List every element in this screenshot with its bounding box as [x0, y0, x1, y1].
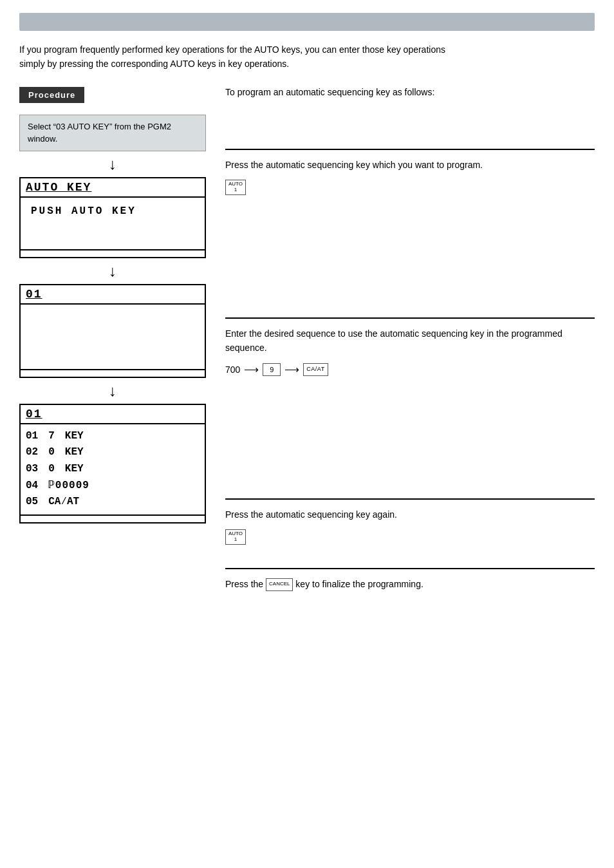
divider-3: [225, 498, 595, 500]
list-row-4: 04 ℙ00009: [26, 478, 200, 495]
screen1: AUTO KEY PUSH AUTO KEY: [19, 177, 206, 258]
list-row-1: 01 7 KEY: [26, 428, 200, 445]
procedure-badge: Procedure: [19, 87, 84, 103]
divider-4: [225, 568, 595, 569]
auto-key-icon-1: AUTO1: [225, 180, 246, 195]
step1-box: Select “03 AUTO KEY” from the PGM2 windo…: [19, 115, 206, 151]
list-row-2: 02 0 KEY: [26, 444, 200, 461]
divider-1: [225, 149, 595, 150]
screen3-footer: [21, 514, 205, 522]
right-step3: Press the automatic sequencing key again…: [225, 498, 595, 545]
arrow-down-2: ↓: [19, 258, 206, 284]
right-step4: Press the CANCEL key to finalize the pro…: [225, 568, 595, 591]
right-column: To program an automatic sequencing key a…: [225, 87, 595, 610]
screen1-header: AUTO KEY: [21, 178, 205, 198]
auto-key-1: AUTO1: [225, 180, 595, 195]
arrow-right-2: ⟶: [284, 363, 299, 375]
screen2-body: [21, 305, 205, 369]
right-step2: Enter the desired sequence to use the au…: [225, 317, 595, 376]
main-content: Procedure Select “03 AUTO KEY” from the …: [19, 87, 595, 610]
auto-key-2: AUTO1: [225, 529, 595, 545]
right-step3-text: Press the automatic sequencing key again…: [225, 507, 595, 522]
list-row-5: 05 CA⁄AT: [26, 494, 200, 511]
step1-text: Select “03 AUTO KEY” from the PGM2 windo…: [28, 122, 171, 144]
key-9: 9: [263, 363, 281, 376]
screen3-body: 01 7 KEY 02 0 KEY 03 0 KEY 04 ℙ00009: [21, 424, 205, 514]
intro-line2: simply by pressing the corresponding AUT…: [19, 59, 289, 69]
arrow-right-1: ⟶: [244, 363, 259, 375]
auto-key-icon-2: AUTO1: [225, 529, 246, 545]
intro-text: If you program frequently performed key …: [19, 42, 595, 71]
header-bar: [19, 13, 595, 31]
screen2-footer: [21, 369, 205, 377]
divider-2: [225, 317, 595, 319]
right-step4-text: Press the CANCEL key to finalize the pro…: [225, 577, 595, 591]
spacer-2: [225, 395, 595, 498]
arrow-down-3: ↓: [19, 378, 206, 404]
key-caat: CA/AT: [303, 363, 328, 376]
cancel-key: CANCEL: [266, 578, 293, 591]
screen1-body: PUSH AUTO KEY: [21, 198, 205, 249]
screen3-header: 01: [21, 405, 205, 424]
left-column: Procedure Select “03 AUTO KEY” from the …: [19, 87, 206, 524]
intro-line1: If you program frequently performed key …: [19, 44, 445, 55]
right-step2-text: Enter the desired sequence to use the au…: [225, 326, 595, 355]
seq-start: 700: [225, 364, 240, 375]
arrow-down-1: ↓: [19, 151, 206, 177]
right-step1-text: Press the automatic sequencing key which…: [225, 158, 595, 172]
sequence-row: 700 ⟶ 9 ⟶ CA/AT: [225, 363, 595, 376]
screen3: 01 01 7 KEY 02 0 KEY 03 0 KEY: [19, 404, 206, 524]
right-intro: To program an automatic sequencing key a…: [225, 87, 595, 97]
screen2-header: 01: [21, 285, 205, 305]
screen1-footer: [21, 249, 205, 257]
spacer-1: [225, 214, 595, 317]
right-step1: Press the automatic sequencing key which…: [225, 149, 595, 195]
list-row-3: 03 0 KEY: [26, 461, 200, 478]
screen2: 01: [19, 284, 206, 378]
